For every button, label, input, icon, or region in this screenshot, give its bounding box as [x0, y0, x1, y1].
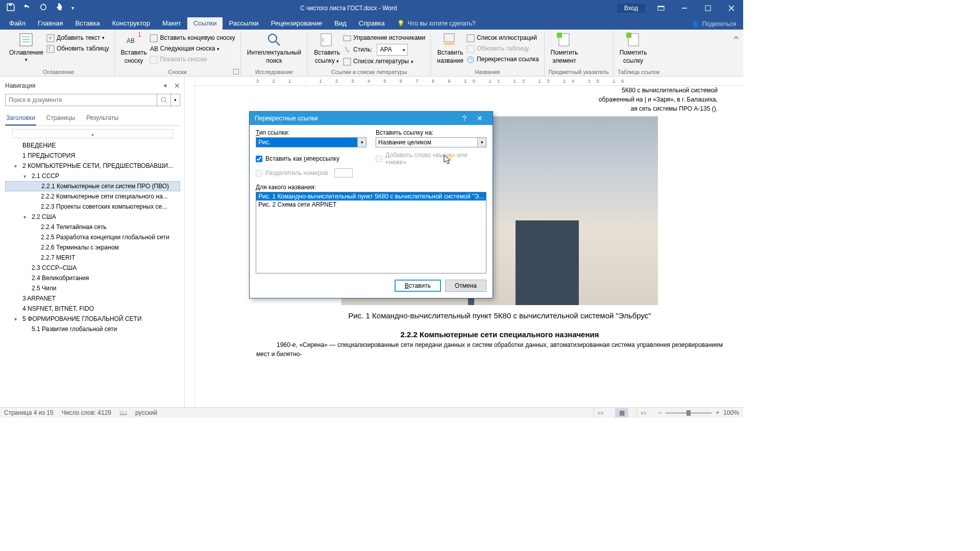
nav-item[interactable]: 2.5 Чили: [5, 283, 180, 293]
manage-sources-button[interactable]: Управление источниками: [342, 33, 426, 43]
nav-item[interactable]: 5.1 Развитие глобальной сети: [5, 324, 180, 334]
nav-title: Навигация: [5, 82, 35, 89]
tab-view[interactable]: Вид: [328, 17, 353, 30]
word-count[interactable]: Число слов: 4129: [62, 409, 111, 416]
nav-item[interactable]: 2.2.6 Терминалы с экраном: [5, 242, 180, 253]
insert-footnote-button[interactable]: AB1 Вставить сноску: [119, 31, 149, 66]
caption-list[interactable]: Рис. 1 Командно-вычислительный пункт 5К8…: [256, 192, 486, 273]
cancel-button[interactable]: Отмена: [445, 280, 486, 292]
nav-item[interactable]: 2.2.5 Разработка концепции глобальной се…: [5, 232, 180, 242]
page-status[interactable]: Страница 4 из 15: [4, 409, 54, 416]
signin-button[interactable]: Вход: [617, 4, 645, 13]
insert-endnote-button[interactable]: Вставить концевую сноску: [149, 33, 236, 43]
update-toc-button[interactable]: !Обновить таблицу: [45, 43, 110, 54]
svg-rect-23: [321, 34, 331, 46]
nav-item[interactable]: 2.2.4 Телетайпная сеть: [5, 222, 180, 232]
nav-item[interactable]: 2.2.2 Компьютерные сети специального на.…: [5, 191, 180, 202]
ribbon-display-icon[interactable]: [649, 0, 673, 16]
search-input[interactable]: [5, 94, 157, 106]
tab-layout[interactable]: Макет: [156, 17, 187, 30]
dialog-close-icon[interactable]: ✕: [472, 114, 487, 122]
nav-item[interactable]: 2.2.7 MERIT: [5, 253, 180, 263]
qat-dropdown-icon[interactable]: ▾: [71, 5, 74, 11]
mark-entry-button[interactable]: Пометить элемент: [549, 31, 580, 66]
nav-tab-headings[interactable]: Заголовки: [5, 111, 36, 126]
nav-item[interactable]: 1 ПРЕДЫСТОРИЯ: [5, 151, 180, 161]
tab-help[interactable]: Справка: [353, 17, 391, 30]
group-citations-label: Ссылки и списки литературы: [312, 69, 426, 76]
tab-design[interactable]: Конструктор: [106, 17, 156, 30]
cross-reference-button[interactable]: Перекрестная ссылка: [465, 54, 540, 65]
ref-type-combo[interactable]: Рис. ▾: [256, 137, 366, 147]
zoom-out-icon[interactable]: −: [658, 409, 662, 416]
nav-close-icon[interactable]: ✕: [174, 82, 180, 90]
search-dropdown-icon[interactable]: ▾: [171, 94, 180, 106]
zoom-level[interactable]: 100%: [723, 409, 739, 416]
chevron-down-icon: ▾: [25, 57, 28, 63]
tab-review[interactable]: Рецензирование: [265, 17, 328, 30]
tell-me[interactable]: 💡 Что вы хотите сделать?: [391, 18, 482, 30]
zoom-slider[interactable]: [666, 412, 712, 414]
share-button[interactable]: 👤 Поделиться: [684, 18, 743, 30]
insert-button[interactable]: Вставить: [395, 280, 441, 292]
svg-point-1: [41, 5, 46, 10]
maximize-icon[interactable]: [696, 0, 720, 16]
list-item[interactable]: Рис. 1 Командно-вычислительный пункт 5К8…: [256, 192, 486, 201]
nav-item[interactable]: 2.3 СССР–США: [5, 263, 180, 273]
list-item[interactable]: Рис. 2 Схема сети ARPNET: [256, 201, 486, 209]
nav-dropdown-icon[interactable]: ▾: [164, 82, 167, 89]
nav-item[interactable]: ▾2.2 США: [5, 212, 180, 222]
svg-rect-32: [557, 33, 562, 38]
read-mode-icon[interactable]: ▭: [594, 408, 607, 417]
zoom-in-icon[interactable]: +: [716, 409, 719, 416]
dialog-launcher-icon[interactable]: [233, 69, 239, 74]
insert-caption-button[interactable]: Вставить название: [435, 31, 465, 66]
close-icon[interactable]: [720, 0, 743, 16]
nav-item[interactable]: 3 ARPANET: [5, 293, 180, 304]
language-status[interactable]: русский: [135, 409, 157, 416]
nav-item[interactable]: 4 NSFNET, BITNET, FIDO: [5, 304, 180, 314]
next-footnote-button[interactable]: ABСледующая сноска ▾: [149, 43, 236, 54]
bibliography-button[interactable]: Список литературы ▾: [342, 56, 426, 67]
print-layout-icon[interactable]: ▦: [615, 408, 628, 417]
tab-mailings[interactable]: Рассылки: [223, 17, 264, 30]
insert-ref-to-combo[interactable]: Название целиком ▾: [376, 137, 486, 147]
style-combo[interactable]: Стиль: APA▾: [342, 43, 426, 56]
smart-lookup-button[interactable]: Интеллектуальный поиск: [245, 31, 303, 66]
undo-icon[interactable]: [22, 3, 32, 13]
nav-item[interactable]: ▾5 ФОРМИРОВАНИЕ ГЛОБАЛЬНОЙ СЕТИ: [5, 314, 180, 324]
nav-item[interactable]: 2.2.3 Проекты советских компьютерных се.…: [5, 202, 180, 212]
nav-item[interactable]: ВВЕДЕНИЕ: [5, 140, 180, 151]
collapse-ribbon-icon[interactable]: [733, 35, 739, 42]
web-layout-icon[interactable]: ▭: [636, 408, 650, 417]
tab-insert[interactable]: Вставка: [69, 17, 106, 30]
nav-jump-top[interactable]: ▴: [12, 129, 173, 138]
doc-heading: 2.2.2 Компьютерные сети специального наз…: [256, 329, 743, 341]
chevron-down-icon[interactable]: ▾: [357, 138, 366, 147]
nav-tab-pages[interactable]: Страницы: [45, 111, 76, 126]
spell-icon[interactable]: 📖: [119, 409, 127, 416]
insert-citation-button[interactable]: Вставить ссылку ▾: [312, 31, 342, 66]
tab-home[interactable]: Главная: [32, 17, 69, 30]
nav-item[interactable]: ▾2 КОМПЬЮТЕРНЫЕ СЕТИ, ПРЕДШЕСТВОВАВШИ...: [5, 161, 180, 171]
table-of-figures-button[interactable]: Список иллюстраций: [465, 33, 540, 43]
touch-icon[interactable]: [55, 3, 64, 13]
group-footnotes-label: Сноски: [119, 69, 236, 76]
tab-references[interactable]: Ссылки: [187, 17, 223, 30]
mark-citation-button[interactable]: Пометить ссылку: [618, 31, 649, 66]
dialog-help-icon[interactable]: ?: [457, 114, 472, 122]
nav-item[interactable]: 2.2.1 Компьютерные сети систем ПРО (ПВО): [5, 181, 180, 191]
chevron-down-icon[interactable]: ▾: [477, 138, 486, 147]
add-text-button[interactable]: +Добавить текст ▾: [45, 33, 110, 43]
search-icon[interactable]: [157, 94, 171, 106]
hyperlink-checkbox[interactable]: Вставить как гиперссылку: [256, 152, 366, 166]
ribbon: Оглавление ▾ +Добавить текст ▾ !Обновить…: [0, 30, 743, 77]
tab-file[interactable]: Файл: [3, 17, 32, 30]
toc-button[interactable]: Оглавление ▾: [7, 31, 45, 64]
redo-icon[interactable]: [39, 3, 48, 13]
nav-tab-results[interactable]: Результаты: [85, 111, 119, 126]
nav-item[interactable]: ▾2.1 СССР: [5, 171, 180, 181]
minimize-icon[interactable]: [673, 0, 696, 16]
save-icon[interactable]: [6, 3, 15, 13]
nav-item[interactable]: 2.4 Великобритания: [5, 273, 180, 283]
